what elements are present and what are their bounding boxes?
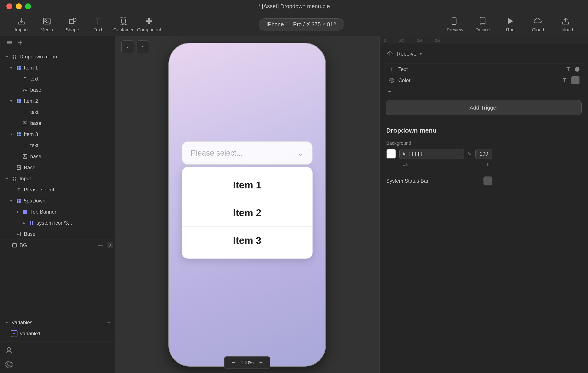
media-button[interactable]: Media bbox=[34, 16, 60, 33]
canvas-area[interactable]: ‹ › Please select... ⌄ Item 1 Item 2 Ite… bbox=[115, 36, 379, 373]
text-dot bbox=[575, 67, 579, 72]
text-icon: T bbox=[22, 142, 28, 148]
tree-item-item1-text[interactable]: T text bbox=[0, 73, 115, 84]
cloud-button[interactable]: Cloud bbox=[524, 16, 552, 33]
add-row-button[interactable]: + bbox=[386, 86, 582, 97]
item2-text: Item 2 bbox=[233, 207, 262, 219]
close-button[interactable] bbox=[6, 3, 12, 9]
add-icon bbox=[17, 39, 24, 46]
container-button[interactable]: Container bbox=[111, 16, 136, 33]
dropdown-menu-label: Dropdown menu bbox=[20, 54, 115, 60]
item1-text-label: text bbox=[30, 76, 115, 82]
variables-header[interactable]: ▾ Variables + bbox=[0, 317, 115, 328]
tree-item-item3[interactable]: ▾ Item 3 bbox=[0, 129, 115, 140]
tree-item-dropdown-menu[interactable]: ▾ Dropdown menu bbox=[0, 51, 115, 62]
chevron-down-icon: ▾ bbox=[4, 54, 9, 59]
add-layer-button[interactable] bbox=[15, 37, 26, 48]
add-variable-button[interactable]: + bbox=[107, 319, 110, 326]
background-color-swatch[interactable] bbox=[386, 149, 396, 159]
chevron-down-icon: ▾ bbox=[15, 209, 20, 214]
chevron-down-icon: ▾ bbox=[4, 320, 9, 325]
item1-label: Item 1 bbox=[24, 65, 115, 71]
hex-input[interactable]: #FFFFFF bbox=[399, 149, 464, 159]
canvas-nav: ‹ › bbox=[121, 41, 149, 53]
edit-color-button[interactable]: ✎ bbox=[468, 151, 472, 157]
tree-item-top-banner[interactable]: ▾ Top Banner bbox=[0, 206, 115, 217]
tree-item-system-icon[interactable]: ▶ system icon/3... bbox=[0, 217, 115, 229]
ruler-0: 0 bbox=[384, 38, 386, 43]
component-button[interactable]: Component bbox=[136, 16, 162, 33]
media-label: Media bbox=[41, 27, 53, 33]
left-panel-header bbox=[0, 36, 115, 49]
dropdown-item-2[interactable]: Item 2 bbox=[182, 199, 313, 227]
variables-label: Variables bbox=[11, 319, 32, 326]
settings-icon[interactable] bbox=[4, 359, 14, 369]
svg-rect-20 bbox=[7, 42, 12, 43]
import-button[interactable]: Import bbox=[9, 16, 34, 33]
receive-text-label: Text bbox=[398, 66, 562, 72]
tree-item-please-select[interactable]: T Please select... bbox=[0, 184, 115, 195]
tree-item-item2-text[interactable]: T text bbox=[0, 107, 115, 118]
svg-rect-38 bbox=[23, 121, 27, 125]
minimize-button[interactable] bbox=[16, 3, 22, 9]
tree-item-item1[interactable]: ▾ Item 1 bbox=[0, 62, 115, 73]
text-icon: T bbox=[22, 76, 28, 82]
back-button[interactable]: ‹ bbox=[121, 41, 134, 53]
zoom-in-button[interactable]: + bbox=[257, 359, 265, 366]
maximize-button[interactable] bbox=[25, 3, 31, 9]
chevron-down-icon: ▾ bbox=[9, 99, 14, 104]
layers-toggle[interactable] bbox=[4, 37, 15, 48]
system-status-toggle[interactable] bbox=[483, 176, 493, 186]
divider bbox=[386, 171, 493, 171]
dropdown-item-1[interactable]: Item 1 bbox=[182, 171, 313, 199]
spacer bbox=[15, 154, 20, 159]
forward-button[interactable]: › bbox=[136, 41, 149, 53]
tree-item-base-input[interactable]: Base bbox=[0, 229, 115, 240]
receive-collapse[interactable]: ▾ bbox=[420, 51, 422, 56]
svg-point-65 bbox=[17, 233, 18, 234]
text-label: Text bbox=[94, 27, 102, 33]
title-bar: * [Asset] Dropdown menu.pie bbox=[0, 0, 588, 13]
user-icon[interactable] bbox=[4, 346, 14, 355]
tree-item-item2-base[interactable]: base bbox=[0, 118, 115, 129]
hex-value: #FFFFFF bbox=[403, 151, 424, 157]
spacer bbox=[15, 76, 20, 81]
device-button[interactable]: Device bbox=[469, 16, 496, 33]
group-icon bbox=[16, 198, 22, 204]
device-selector[interactable]: iPhone 11 Pro / X 375 × 812 bbox=[259, 18, 344, 31]
variable1-item[interactable]: v variable1 bbox=[0, 328, 115, 339]
run-button[interactable]: Run bbox=[496, 16, 524, 33]
spacer bbox=[9, 187, 14, 192]
preview-label: Preview bbox=[447, 27, 463, 33]
traffic-lights bbox=[6, 3, 31, 9]
tree-item-5pt-down[interactable]: ▾ 5pt/Down bbox=[0, 195, 115, 206]
shape-icon bbox=[68, 16, 77, 26]
svg-rect-61 bbox=[32, 221, 33, 223]
opacity-input[interactable]: 100 bbox=[475, 149, 493, 159]
preview-button[interactable]: Preview bbox=[441, 16, 469, 33]
device-label: Device bbox=[475, 27, 490, 33]
variables-section: ▾ Variables + v variable1 bbox=[0, 315, 115, 341]
tree-item-bg[interactable]: BG — 0 bbox=[0, 240, 115, 251]
left-panel: ▾ Dropdown menu ▾ Item 1 T text bbox=[0, 36, 115, 373]
tree-item-input[interactable]: ▾ Input bbox=[0, 173, 115, 184]
toolbar: Import Media Shape Text Container bbox=[0, 13, 588, 36]
window-title: * [Asset] Dropdown menu.pie bbox=[258, 3, 330, 10]
shape-button[interactable]: Shape bbox=[60, 16, 85, 33]
tree-item-item3-base[interactable]: base bbox=[0, 151, 115, 162]
svg-point-68 bbox=[8, 363, 10, 365]
spacer bbox=[15, 143, 20, 148]
dropdown-item-3[interactable]: Item 3 bbox=[182, 227, 313, 254]
zoom-level: 100% bbox=[241, 360, 253, 365]
upload-button[interactable]: Upload bbox=[552, 16, 579, 33]
tree-item-base-root[interactable]: Base bbox=[0, 162, 115, 173]
tree-item-item1-base[interactable]: base bbox=[0, 84, 115, 96]
tree-item-item2[interactable]: ▾ Item 2 bbox=[0, 96, 115, 107]
dropdown-trigger[interactable]: Please select... ⌄ bbox=[182, 141, 313, 165]
tree-item-item3-text[interactable]: T text bbox=[0, 140, 115, 151]
ruler-0-4: 0.4 bbox=[417, 38, 422, 43]
add-trigger-button[interactable]: Add Trigger bbox=[386, 100, 582, 115]
system-status-bar-row: System Status Bar bbox=[386, 176, 493, 186]
text-button[interactable]: Text bbox=[85, 16, 111, 33]
zoom-out-button[interactable]: − bbox=[230, 359, 237, 366]
